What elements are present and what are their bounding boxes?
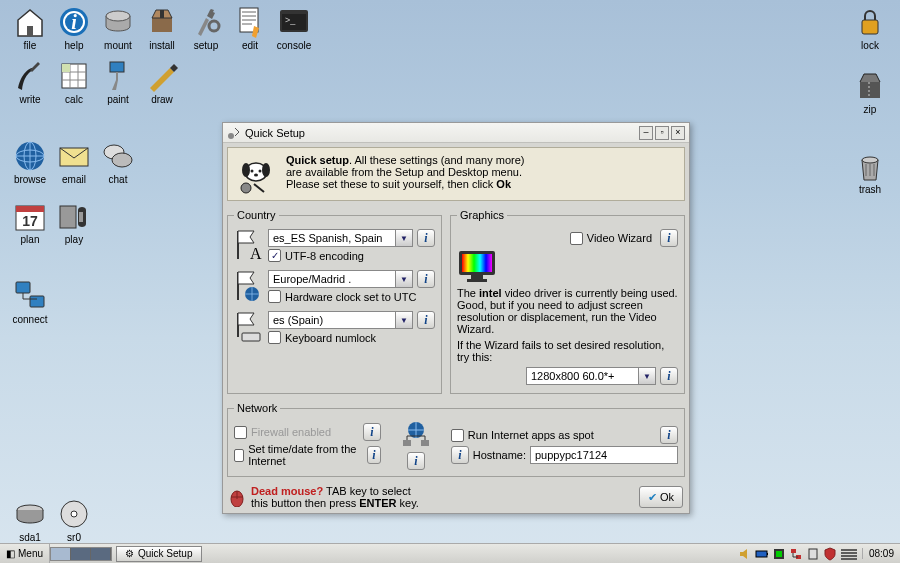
resolution-select[interactable]: 1280x800 60.0*+ xyxy=(526,367,656,385)
taskbar: ◧Menu ⚙Quick Setup 08:09 xyxy=(0,543,900,563)
svg-text:A: A xyxy=(250,245,262,262)
hostname-label: Hostname: xyxy=(473,449,526,461)
minimize-button[interactable]: – xyxy=(639,126,653,140)
svg-rect-57 xyxy=(809,549,817,559)
desktop-icon-play[interactable]: play xyxy=(52,200,96,245)
desktop-icon-file[interactable]: file xyxy=(8,6,52,51)
spot-label: Run Internet apps as spot xyxy=(468,429,594,441)
gear-icon: ⚙ xyxy=(125,548,134,559)
titlebar[interactable]: Quick Setup – ▫ × xyxy=(223,123,689,143)
desktop-icon-plan[interactable]: 17plan xyxy=(8,200,52,245)
desktop-icon-setup[interactable]: setup xyxy=(184,6,228,51)
svg-text:i: i xyxy=(71,11,77,33)
desktop-icon-install[interactable]: install xyxy=(140,6,184,51)
svg-rect-27 xyxy=(862,20,878,34)
firewall-info-button[interactable]: i xyxy=(363,423,381,441)
svg-text:17: 17 xyxy=(22,213,38,229)
svg-rect-46 xyxy=(467,279,487,282)
system-tray xyxy=(734,547,862,561)
svg-rect-14 xyxy=(110,62,124,72)
hostname-info-button[interactable]: i xyxy=(451,446,469,464)
taskbar-item-quicksetup[interactable]: ⚙Quick Setup xyxy=(116,546,201,562)
country-legend: Country xyxy=(234,209,279,221)
svg-rect-42 xyxy=(242,333,260,341)
graphics-text: The intel video driver is currently bein… xyxy=(457,287,678,335)
ntp-info-button[interactable]: i xyxy=(367,446,381,464)
keyboard-info-button[interactable]: i xyxy=(417,311,435,329)
country-fieldset: Country A es_ES Spanish, Spaini ✓UTF-8 e… xyxy=(227,209,442,394)
graphics-legend: Graphics xyxy=(457,209,507,221)
desktop-icon-paint[interactable]: paint xyxy=(96,60,140,105)
svg-rect-48 xyxy=(403,440,411,446)
close-button[interactable]: × xyxy=(671,126,685,140)
resolution-info-button[interactable]: i xyxy=(660,367,678,385)
utf8-checkbox[interactable]: ✓ xyxy=(268,249,281,262)
quick-setup-window: Quick Setup – ▫ × Quick setup. All these… xyxy=(222,122,690,514)
desktop-switcher[interactable] xyxy=(50,547,112,561)
svg-rect-22 xyxy=(16,206,44,212)
menu-button[interactable]: ◧Menu xyxy=(0,544,50,563)
svg-rect-25 xyxy=(16,282,30,293)
locale-info-button[interactable]: i xyxy=(417,229,435,247)
svg-point-38 xyxy=(254,174,258,177)
keyboard-select[interactable]: es (Spain) xyxy=(268,311,413,329)
puppy-icon xyxy=(236,154,276,194)
desktop-icon-email[interactable]: email xyxy=(52,140,96,185)
desktop-icon-calc[interactable]: calc xyxy=(52,60,96,105)
spot-checkbox[interactable] xyxy=(451,429,464,442)
tray-battery-icon[interactable] xyxy=(755,547,769,561)
video-wizard-info-button[interactable]: i xyxy=(660,229,678,247)
desktop-icon-connect[interactable]: connect xyxy=(8,280,52,325)
hostname-input[interactable] xyxy=(530,446,678,464)
numlock-checkbox[interactable] xyxy=(268,331,281,344)
desktop-icon-sr0[interactable]: sr0 xyxy=(52,498,96,543)
timezone-select[interactable]: Europe/Madrid . xyxy=(268,270,413,288)
desktop-icon-draw[interactable]: draw xyxy=(140,60,184,105)
taskbar-clock[interactable]: 08:09 xyxy=(862,548,900,559)
banner: Quick setup. All these settings (and man… xyxy=(227,147,685,201)
locale-select[interactable]: es_ES Spanish, Spain xyxy=(268,229,413,247)
svg-rect-13 xyxy=(62,64,70,72)
desktop-icon-lock[interactable]: lock xyxy=(848,6,892,51)
network-info-button[interactable]: i xyxy=(407,452,425,470)
svg-point-20 xyxy=(112,153,132,167)
network-icon xyxy=(399,420,433,450)
spot-info-button[interactable]: i xyxy=(660,426,678,444)
banner-text: Quick setup. All these settings (and man… xyxy=(286,154,524,194)
tray-clipboard-icon[interactable] xyxy=(806,547,820,561)
svg-point-34 xyxy=(242,163,250,177)
desktop-icon-trash[interactable]: trash xyxy=(848,150,892,195)
desktop-icon-chat[interactable]: chat xyxy=(96,140,140,185)
hwclock-label: Hardware clock set to UTC xyxy=(285,291,416,303)
tray-volume-icon[interactable] xyxy=(738,547,752,561)
video-wizard-checkbox[interactable] xyxy=(570,232,583,245)
svg-point-6 xyxy=(106,11,130,21)
ntp-checkbox[interactable] xyxy=(234,449,244,462)
maximize-button[interactable]: ▫ xyxy=(655,126,669,140)
network-fieldset: Network Firewall enabledi Set time/date … xyxy=(227,402,685,477)
svg-rect-44 xyxy=(462,254,492,272)
svg-point-39 xyxy=(241,183,251,193)
desktop-icon-help[interactable]: ihelp xyxy=(52,6,96,51)
check-icon: ✔ xyxy=(648,491,657,504)
desktop-icon-zip[interactable]: zip xyxy=(848,70,892,115)
tray-bars-icon[interactable] xyxy=(840,547,858,561)
desktop-icon-console[interactable]: >_console xyxy=(272,6,316,51)
desktop-icon-write[interactable]: write xyxy=(8,60,52,105)
tray-firewall-icon[interactable] xyxy=(823,547,837,561)
tray-cpu-icon[interactable] xyxy=(772,547,786,561)
window-footer: Dead mouse? TAB key to select this butto… xyxy=(223,481,689,513)
desktop-icon-mount[interactable]: mount xyxy=(96,6,140,51)
ok-button[interactable]: ✔Ok xyxy=(639,486,683,508)
window-title: Quick Setup xyxy=(245,127,305,139)
desktop-icon-edit[interactable]: edit xyxy=(228,6,272,51)
tray-network-icon[interactable] xyxy=(789,547,803,561)
keyboard-icon xyxy=(234,309,262,345)
desktop-icon-sda1[interactable]: sda1 xyxy=(8,498,52,543)
desktop-icon-browse[interactable]: browse xyxy=(8,140,52,185)
monitor-icon xyxy=(457,249,497,283)
timezone-info-button[interactable]: i xyxy=(417,270,435,288)
svg-rect-45 xyxy=(471,275,483,279)
hwclock-checkbox[interactable] xyxy=(268,290,281,303)
video-wizard-label: Video Wizard xyxy=(587,232,652,244)
